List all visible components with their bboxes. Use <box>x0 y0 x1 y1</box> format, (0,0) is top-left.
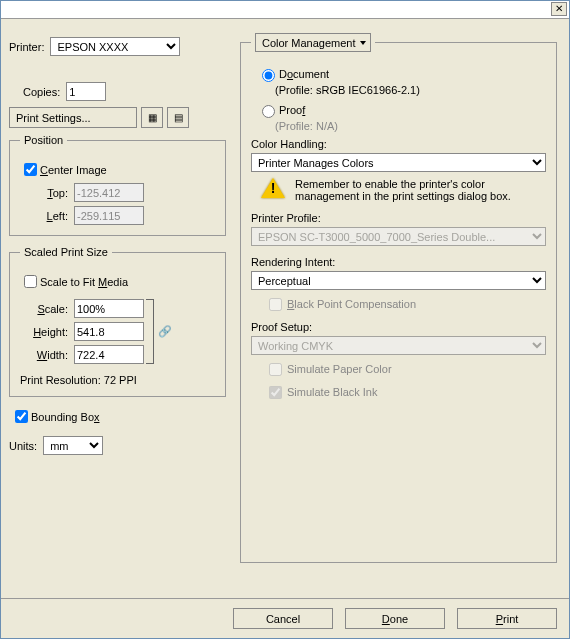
left-input <box>74 206 144 225</box>
warning-icon: ! <box>261 178 285 200</box>
close-icon: ✕ <box>555 3 563 14</box>
width-input[interactable] <box>74 345 144 364</box>
titlebar: ✕ <box>1 1 569 19</box>
proof-setup-label: Proof Setup: <box>251 321 546 333</box>
scale-to-fit-checkbox[interactable] <box>24 275 37 288</box>
print-button[interactable]: Print <box>457 608 557 629</box>
simulate-black-checkbox <box>269 386 282 399</box>
proof-radio[interactable] <box>262 105 275 118</box>
height-label: Height: <box>20 326 68 338</box>
scale-label: Scale: <box>20 303 68 315</box>
document-profile-label: (Profile: sRGB IEC61966-2.1) <box>275 84 546 96</box>
bracket-line <box>146 299 154 364</box>
done-button[interactable]: Done <box>345 608 445 629</box>
height-input[interactable] <box>74 322 144 341</box>
scale-input[interactable] <box>74 299 144 318</box>
position-legend: Position <box>20 134 67 146</box>
units-select[interactable]: mm <box>43 436 103 455</box>
copies-label: Copies: <box>23 86 60 98</box>
top-input <box>74 183 144 202</box>
page-setup-icon-button[interactable]: ▦ <box>141 107 163 128</box>
warning-text: Remember to enable the printer's color m… <box>295 178 542 202</box>
cancel-button[interactable]: Cancel <box>233 608 333 629</box>
bounding-box-checkbox[interactable] <box>15 410 28 423</box>
page-icon-2: ▤ <box>174 112 183 123</box>
document-radio[interactable] <box>262 69 275 82</box>
rendering-intent-label: Rendering Intent: <box>251 256 546 268</box>
black-point-checkbox <box>269 298 282 311</box>
bottom-button-bar: Cancel Done Print <box>1 598 569 638</box>
page-icon: ▦ <box>148 112 157 123</box>
top-label: Top: <box>20 187 68 199</box>
color-management-legend-label: Color Management <box>262 37 356 49</box>
copies-input[interactable] <box>66 82 106 101</box>
link-icon[interactable]: 🔗 <box>158 325 172 339</box>
simulate-paper-checkbox <box>269 363 282 376</box>
color-handling-label: Color Handling: <box>251 138 546 150</box>
page-setup-icon-button-2[interactable]: ▤ <box>167 107 189 128</box>
print-settings-button[interactable]: Print Settings... <box>9 107 137 128</box>
center-image-label: Center Image <box>40 164 107 176</box>
color-handling-select[interactable]: Printer Manages Colors <box>251 153 546 172</box>
scaled-legend: Scaled Print Size <box>20 246 112 258</box>
printer-label: Printer: <box>9 41 44 53</box>
proof-label: Proof <box>279 104 305 116</box>
left-label: Left: <box>20 210 68 222</box>
scale-to-fit-label: Scale to Fit Media <box>40 276 128 288</box>
close-button[interactable]: ✕ <box>551 2 567 16</box>
position-group: Position Center Image Top: Left: <box>9 134 226 236</box>
color-management-dropdown[interactable]: Color Management <box>255 33 371 52</box>
simulate-paper-label: Simulate Paper Color <box>287 363 392 375</box>
bounding-box-label: Bounding Box <box>31 411 100 423</box>
units-label: Units: <box>9 440 37 452</box>
proof-setup-select: Working CMYK <box>251 336 546 355</box>
width-label: Width: <box>20 349 68 361</box>
print-resolution-label: Print Resolution: 72 PPI <box>20 374 137 386</box>
printer-profile-label: Printer Profile: <box>251 212 546 224</box>
scaled-print-size-group: Scaled Print Size Scale to Fit Media Sca… <box>9 246 226 397</box>
printer-profile-select: EPSON SC-T3000_5000_7000_Series Double..… <box>251 227 546 246</box>
proof-profile-label: (Profile: N/A) <box>275 120 546 132</box>
printer-select[interactable]: EPSON XXXX <box>50 37 180 56</box>
document-label: Document <box>279 68 329 80</box>
center-image-checkbox[interactable] <box>24 163 37 176</box>
color-management-group: Color Management Document (Profile: sRGB… <box>240 33 557 563</box>
simulate-black-label: Simulate Black Ink <box>287 386 377 398</box>
black-point-label: Black Point Compensation <box>287 298 416 310</box>
rendering-intent-select[interactable]: Perceptual <box>251 271 546 290</box>
